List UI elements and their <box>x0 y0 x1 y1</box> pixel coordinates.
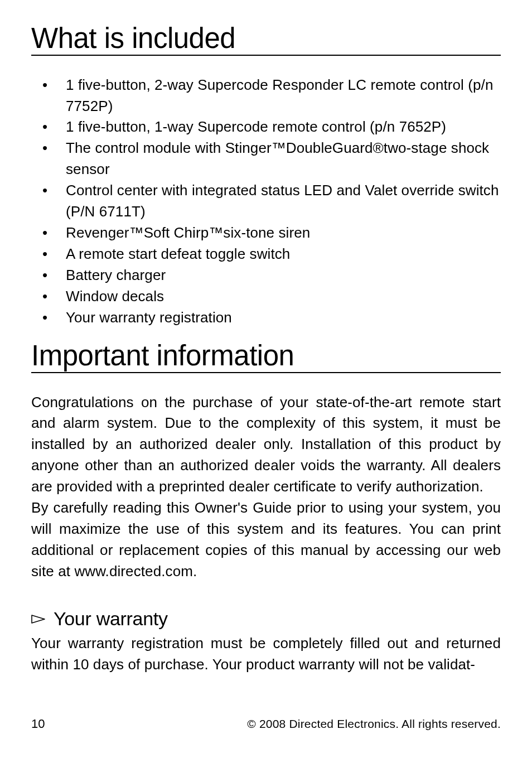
list-item: Your warranty registration <box>31 307 501 329</box>
list-item: 1 five-button, 1-way Supercode remote co… <box>31 117 501 138</box>
list-item: Revenger™Soft Chirp™six-tone siren <box>31 223 501 244</box>
list-item: Control center with integrated status LE… <box>31 180 501 223</box>
heading-what-is-included: What is included <box>31 23 501 56</box>
list-item: Battery charger <box>31 265 501 286</box>
arrow-right-icon <box>31 614 48 625</box>
page-footer: 10 © 2008 Directed Electronics. All righ… <box>31 717 501 731</box>
list-item: 1 five-button, 2-way Supercode Responder… <box>31 75 501 117</box>
subheading-your-warranty: Your warranty <box>31 608 501 630</box>
important-paragraph-1: Congratulations on the purchase of your … <box>31 392 501 498</box>
subheading-label: Your warranty <box>54 608 168 630</box>
heading-important-information: Important information <box>31 341 501 373</box>
list-item: The control module with Stinger™DoubleGu… <box>31 138 501 180</box>
warranty-paragraph: Your warranty registration must be compl… <box>31 633 501 675</box>
included-list: 1 five-button, 2-way Supercode Responder… <box>31 75 501 329</box>
important-paragraph-2: By carefully reading this Owner's Guide … <box>31 498 501 582</box>
copyright-text: © 2008 Directed Electronics. All rights … <box>247 717 501 731</box>
list-item: Window decals <box>31 286 501 307</box>
list-item: A remote start defeat toggle switch <box>31 244 501 265</box>
page-number: 10 <box>31 717 45 731</box>
